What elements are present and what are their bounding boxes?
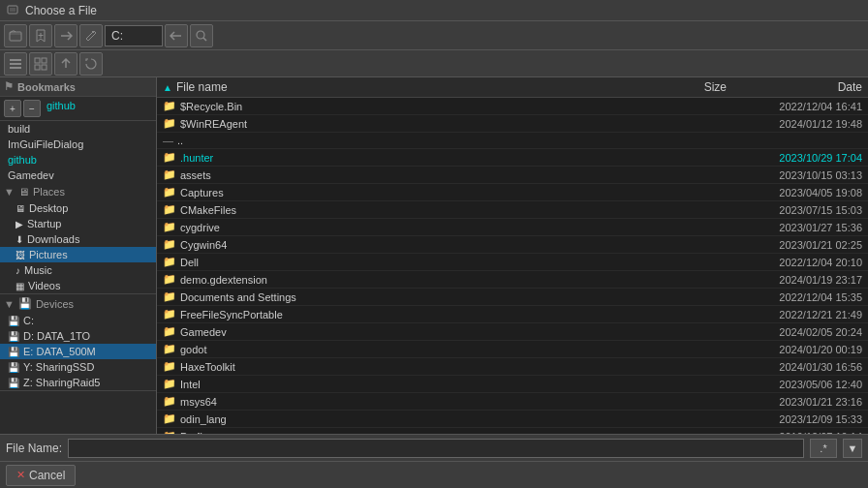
current-bookmark: github: [46, 100, 76, 117]
file-row[interactable]: 📁 $Recycle.Bin 2022/12/04 16:41: [157, 98, 868, 115]
svg-rect-9: [35, 65, 40, 70]
devices-section: ▼ 💾 Devices 💾C: 💾D: DATA_1TO 💾E: DATA_50…: [0, 294, 156, 391]
pictures-icon: 🖼: [16, 250, 25, 260]
file-row[interactable]: 📁 Cygwin64 2023/01/21 02:25: [157, 236, 868, 254]
folder-icon: 📁: [163, 308, 176, 320]
folder-icon: 📁: [163, 290, 176, 303]
folder-icon: 📁: [163, 343, 176, 355]
bookmark-gamedev[interactable]: Gamedev: [0, 168, 156, 183]
add-bookmark-btn[interactable]: +: [4, 100, 21, 117]
file-row[interactable]: 📁 demo.gdextension 2024/01/19 23:17: [157, 271, 868, 289]
device-z[interactable]: 💾Z: SharingRaid5: [0, 375, 156, 390]
file-row[interactable]: 📁 .hunter 2023/10/29 17:04: [157, 149, 868, 167]
folder-icon: 📁: [163, 395, 176, 408]
up-button[interactable]: [54, 52, 78, 76]
places-section-header[interactable]: ▼ 🖥 Places: [0, 183, 156, 200]
up-icon: —: [163, 135, 173, 146]
file-row[interactable]: 📁 Gamedev 2024/02/05 20:24: [157, 323, 868, 341]
cancel-button[interactable]: ✕ Cancel: [6, 465, 76, 486]
file-row[interactable]: 📁 Captures 2023/04/05 19:08: [157, 184, 868, 201]
bookmarks-section-header: ⚑ Bookmarks: [0, 77, 156, 97]
title-bar-icon: [6, 4, 19, 17]
drive-c-icon: 💾: [8, 316, 19, 326]
folder-icon: 📁: [163, 117, 176, 130]
folder-icon: 📁: [163, 256, 176, 268]
device-c[interactable]: 💾C:: [0, 313, 156, 328]
file-row[interactable]: 📁 Intel 2023/05/06 12:40: [157, 376, 868, 393]
bookmark-github[interactable]: github: [0, 152, 156, 168]
drive-y-icon: 💾: [8, 362, 19, 373]
svg-rect-2: [10, 32, 21, 41]
file-row[interactable]: — ..: [157, 133, 868, 149]
drive-z-icon: 💾: [8, 378, 19, 388]
forward-button[interactable]: [54, 24, 78, 47]
devices-hdd-icon: 💾: [18, 297, 32, 310]
file-row[interactable]: 📁 PerfLogs 2019/12/07 10:14: [157, 428, 868, 434]
file-row[interactable]: 📁 CMakeFiles 2023/07/15 15:03: [157, 201, 868, 219]
add-bookmark-button[interactable]: [29, 24, 52, 47]
file-row[interactable]: 📁 Documents and Settings 2022/12/04 15:3…: [157, 289, 868, 306]
folder-icon: 📁: [163, 203, 176, 216]
folder-icon: 📁: [163, 325, 176, 338]
bookmark-build[interactable]: build: [0, 121, 156, 137]
file-row[interactable]: 📁 FreeFileSyncPortable 2022/12/21 21:49: [157, 306, 868, 323]
folder-icon: 📁: [163, 221, 176, 233]
sort-arrow-icon: ▲: [163, 82, 172, 93]
remove-bookmark-btn[interactable]: −: [23, 100, 41, 117]
filename-input[interactable]: [68, 439, 804, 458]
places-section: ▼ 🖥 Places 🖥Desktop ▶Startup ⬇Downloads …: [0, 183, 156, 294]
svg-rect-10: [42, 65, 46, 70]
places-music[interactable]: ♪Music: [0, 262, 156, 278]
device-d[interactable]: 💾D: DATA_1TO: [0, 328, 156, 344]
file-row[interactable]: 📁 cygdrive 2023/01/27 15:36: [157, 219, 868, 236]
col-size-header[interactable]: Size: [649, 80, 727, 94]
file-row[interactable]: 📁 HaxeToolkit 2024/01/30 16:56: [157, 358, 868, 376]
back-button[interactable]: [165, 24, 188, 47]
action-bar: ✕ Cancel: [0, 461, 868, 488]
list-view-button[interactable]: [4, 52, 27, 76]
folder-icon: 📁: [163, 412, 176, 425]
folder-icon: 📁: [163, 186, 176, 198]
title-bar-text: Choose a File: [25, 4, 97, 17]
left-panel: ⚑ Bookmarks + − github build ImGuiFileDi…: [0, 77, 157, 434]
desktop-icon: 🖥: [16, 203, 25, 214]
bookmark-controls: + − github: [0, 97, 156, 121]
svg-rect-5: [10, 63, 21, 65]
new-folder-button[interactable]: [4, 24, 27, 47]
device-y[interactable]: 💾Y: SharingSSD: [0, 359, 156, 375]
right-panel: ▲ File name Size Date 📁 $Recycle.Bin 202…: [157, 77, 868, 434]
grid-view-button[interactable]: [29, 52, 52, 76]
file-row[interactable]: 📁 $WinREAgent 2024/01/12 19:48: [157, 115, 868, 133]
file-row[interactable]: 📁 odin_lang 2023/12/09 15:33: [157, 411, 868, 428]
device-e[interactable]: 💾E: DATA_500M: [0, 344, 156, 359]
toolbar2: [0, 50, 868, 77]
drive-e-icon: 💾: [8, 347, 19, 357]
places-startup[interactable]: ▶Startup: [0, 216, 156, 231]
filter-dropdown-button[interactable]: ▼: [843, 439, 862, 458]
svg-rect-1: [10, 8, 16, 12]
cancel-icon: ✕: [16, 469, 25, 481]
filter-button[interactable]: .*: [810, 439, 837, 458]
folder-icon: 📁: [163, 273, 176, 286]
devices-section-header[interactable]: ▼ 💾 Devices: [0, 294, 156, 313]
places-downloads[interactable]: ⬇Downloads: [0, 231, 156, 247]
places-desktop[interactable]: 🖥Desktop: [0, 200, 156, 216]
folder-icon: 📁: [163, 238, 176, 251]
file-row[interactable]: 📁 assets 2023/10/15 03:13: [157, 167, 868, 184]
file-row[interactable]: 📁 godot 2024/01/20 00:19: [157, 341, 868, 358]
svg-point-3: [197, 31, 204, 39]
folder-icon: 📁: [163, 360, 176, 373]
edit-button[interactable]: [79, 24, 103, 47]
file-row[interactable]: 📁 msys64 2023/01/21 23:16: [157, 393, 868, 411]
search-button[interactable]: [190, 24, 213, 47]
folder-icon: 📁: [163, 151, 176, 164]
folder-icon: 📁: [163, 100, 176, 112]
places-pictures[interactable]: 🖼Pictures: [0, 247, 156, 262]
bottom-bar: File Name: .* ▼: [0, 434, 868, 461]
col-date-header[interactable]: Date: [727, 80, 862, 94]
refresh-button[interactable]: [79, 52, 103, 76]
bookmark-imgui[interactable]: ImGuiFileDialog: [0, 137, 156, 152]
file-row[interactable]: 📁 Dell 2022/12/04 20:10: [157, 254, 868, 271]
col-name-header[interactable]: ▲ File name: [163, 80, 649, 94]
places-videos[interactable]: ▦Videos: [0, 278, 156, 293]
